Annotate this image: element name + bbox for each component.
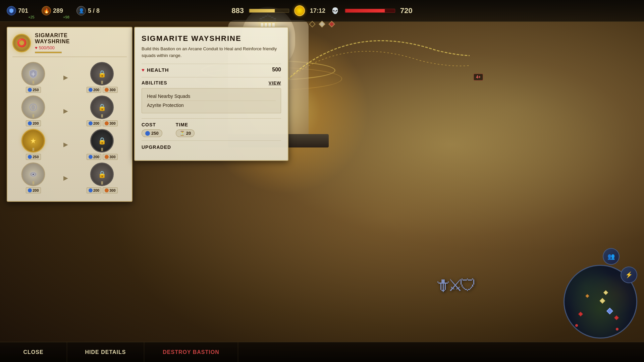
diamond-indicator-3 <box>328 21 335 27</box>
svg-point-6 <box>33 174 34 175</box>
building-info: SIGMARITE WAYSHRINE ♥ 500/500 <box>35 33 70 53</box>
upgrade-icon-eye: ▐▌ <box>21 163 45 186</box>
cost-icon-blue-4 <box>89 121 93 125</box>
time-label: TIME <box>176 122 195 127</box>
shield-resource-icon <box>7 6 16 15</box>
building-health-fill <box>35 52 61 53</box>
upgrade-icon-wrapper: ▐▌ <box>21 62 45 85</box>
resource-2-value-group: 289 +98 <box>53 7 63 14</box>
diamond-indicator-1 <box>309 21 316 27</box>
upgrade-node-2-left[interactable]: ▐▌ 200 <box>21 96 45 126</box>
detail-title: SIGMARITE WAYSHRINE <box>142 34 281 43</box>
view-button[interactable]: VIEW <box>269 80 281 85</box>
upgrade-icon-shield: ▐▌ <box>21 62 45 85</box>
arrow-2: ▶ <box>63 107 68 115</box>
resource-2-value: 289 <box>53 7 63 14</box>
svg-point-4 <box>30 172 37 177</box>
hide-details-button[interactable]: HIDE DETAILS <box>67 342 144 362</box>
upgrade-icon-swirl: ▐▌ <box>21 96 45 119</box>
lock-icon-4: 🔒 <box>98 170 106 178</box>
ability-item-1: Heal Nearby Squads <box>147 92 276 101</box>
destroy-bastion-button[interactable]: DESTROY BASTION <box>144 342 238 362</box>
score-bar <box>249 9 289 13</box>
health-stat-label: ♥ HEALTH <box>142 67 169 73</box>
enemy-health-value: 720 <box>400 6 413 15</box>
cost-icon-orange-4 <box>105 188 109 192</box>
cost-icon-blue-2 <box>89 88 93 92</box>
lock-icon-1: 🔒 <box>98 70 106 78</box>
enemy-health-fill <box>345 9 385 12</box>
upgrade-cost-4-right: 200 300 <box>87 187 118 193</box>
upgrade-row-3: ▐▌ 250 ▶ 🔒 ▐▌ 200 3 <box>12 129 127 160</box>
score-bar-fill <box>249 9 275 12</box>
flame-resource-icon: 🔥 <box>42 6 51 15</box>
resource-1-delta: +25 <box>28 15 35 19</box>
upgrade-node-1-left[interactable]: ▐▌ 250 <box>21 62 45 93</box>
svg-point-2 <box>30 104 37 111</box>
action-button-2[interactable]: ⚡ <box>621 266 637 283</box>
upgrade-row-1: ▐▌ 250 ▶ 🔒 ▐▌ 200 <box>12 62 127 93</box>
hourglass-icon: ⏳ <box>179 131 185 136</box>
upgrade-node-3-left[interactable]: ▐▌ 250 <box>21 129 45 160</box>
detail-panel: SIGMARITE WAYSHRINE Build this Bastion o… <box>134 27 288 161</box>
upgrade-node-3-right[interactable]: 🔒 ▐▌ 200 300 <box>87 129 118 160</box>
close-button[interactable]: CLOSE <box>0 342 67 362</box>
cost-icon-orange-2 <box>105 121 109 125</box>
resource-3-value: 5 / 8 <box>88 7 100 14</box>
top-hud: 701 +25 🔥 289 +98 👤 5 / 8 883 17:12 💀 72… <box>0 0 644 22</box>
building-health: ♥ 500/500 <box>35 45 70 50</box>
upgrade-node-4-left[interactable]: ▐▌ 200 <box>21 163 45 193</box>
abilities-header: ABILITIES VIEW <box>142 77 281 88</box>
cost-time-row: COST 250 TIME ⏳ 20 <box>142 118 281 140</box>
units-resource-icon: 👤 <box>76 6 86 15</box>
upgrade-cost-4-left: 200 <box>26 187 41 193</box>
arrow-3: ▶ <box>63 141 68 148</box>
upgrade-cost-3-right: 200 300 <box>87 154 118 160</box>
score-value: 883 <box>231 6 244 15</box>
upgrade-icon-locked-2: 🔒 ▐▌ <box>90 96 114 119</box>
resource-group-2: 🔥 289 +98 <box>42 6 63 15</box>
upgrade-icon-locked-1: 🔒 ▐▌ <box>90 62 114 85</box>
arrow-1: ▶ <box>63 74 68 81</box>
cost-badge-blue-2: 200 <box>87 87 101 93</box>
diamond-indicator-2 <box>319 21 325 27</box>
cost-icon-blue-8 <box>89 188 93 192</box>
action-button-1[interactable]: 👥 <box>603 248 620 265</box>
resource-2-delta: +98 <box>63 15 69 19</box>
lock-icon-2: 🔒 <box>98 103 106 111</box>
cost-icon-blue-3 <box>28 121 32 125</box>
enemy-indicator: 4+ <box>474 74 483 80</box>
cost-badge-orange-4: 300 <box>103 187 117 193</box>
cost-label: COST <box>142 122 162 127</box>
upgrade-node-1-right[interactable]: 🔒 ▐▌ 200 300 <box>87 62 118 93</box>
upgrade-node-2-right[interactable]: 🔒 ▐▌ 200 300 <box>87 96 118 126</box>
detail-description: Build this Bastion on an Arcane Conduit … <box>142 46 281 59</box>
left-panel: ⭕ SIGMARITE WAYSHRINE ♥ 500/500 ▐▌ <box>7 27 132 202</box>
upgrade-node-4-right[interactable]: 🔒 ▐▌ 200 300 <box>87 163 118 193</box>
upgrade-cost-2-right: 200 300 <box>87 120 118 126</box>
upgrade-row-2: ▐▌ 200 ▶ 🔒 ▐▌ 200 3 <box>12 96 127 126</box>
cost-badge-blue-8: 200 <box>87 187 101 193</box>
health-stat-value: 500 <box>272 67 281 73</box>
cost-icon-blue-7 <box>28 188 32 192</box>
cost-badge-orange-2: 300 <box>103 120 117 126</box>
time-section: TIME ⏳ 20 <box>176 122 195 137</box>
building-name: SIGMARITE WAYSHRINE <box>35 33 70 45</box>
building-health-bar <box>35 52 62 53</box>
cost-pill: 250 <box>142 129 162 137</box>
cost-icon-orange-3 <box>105 155 109 159</box>
upgrade-cost-2-left: 200 <box>26 120 41 126</box>
skull-icon: 💀 <box>330 6 340 15</box>
cost-badge-blue-4: 200 <box>87 120 101 126</box>
cost-pill-icon <box>145 131 150 136</box>
time-pill: ⏳ 20 <box>176 129 195 137</box>
cost-badge-orange-3: 300 <box>103 154 117 160</box>
cost-icon-blue-6 <box>89 155 93 159</box>
cost-section: COST 250 <box>142 122 162 137</box>
left-panel-header: ⭕ SIGMARITE WAYSHRINE ♥ 500/500 <box>12 33 127 57</box>
health-stat-row: ♥ HEALTH 500 <box>142 64 281 75</box>
center-hud: 883 17:12 💀 720 <box>231 5 412 16</box>
minimap-marker-dot-2 <box>616 328 619 330</box>
cost-icon-orange-1 <box>105 88 109 92</box>
timer-display: 17:12 <box>310 7 325 14</box>
